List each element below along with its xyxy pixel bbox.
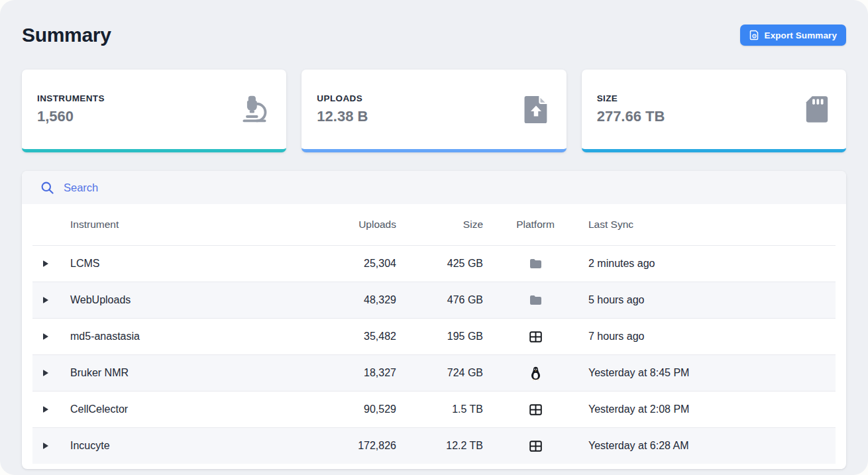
instrument-name: LCMS (59, 258, 324, 270)
column-header-instrument[interactable]: Instrument (59, 219, 324, 231)
instruments-table-card: Instrument Uploads Size Platform Last Sy… (22, 171, 846, 469)
stat-value: 1,560 (37, 108, 105, 125)
table-rows: LCMS 25,304 425 GB 2 minutes ago (32, 245, 836, 464)
table-row[interactable]: CellCelector 90,529 1.5 TB Yesterday at … (32, 391, 836, 427)
size-value: 12.2 TB (396, 440, 483, 452)
microscope-icon (240, 95, 269, 124)
table-row[interactable]: md5-anastasia 35,482 195 GB 7 hours ago (32, 318, 836, 354)
folder-icon (529, 295, 542, 305)
size-value: 425 GB (396, 258, 483, 270)
windows-icon (529, 404, 542, 415)
stat-card: SIZE 277.66 TB (582, 70, 846, 152)
last-sync: 5 hours ago (588, 294, 836, 306)
file-upload-icon (523, 95, 549, 124)
export-summary-button[interactable]: Export Summary (740, 25, 846, 46)
page-title: Summary (22, 24, 111, 46)
column-header-uploads[interactable]: Uploads (324, 219, 396, 231)
search-icon (40, 181, 54, 195)
size-value: 476 GB (396, 294, 483, 306)
expand-row-button[interactable] (43, 406, 48, 413)
uploads-count: 90,529 (324, 403, 396, 415)
page-header: Summary Export Summary (22, 24, 846, 46)
sd-card-icon (805, 95, 829, 124)
last-sync: 7 hours ago (588, 331, 836, 343)
stat-value: 277.66 TB (597, 108, 665, 125)
last-sync: Yesterday at 2:08 PM (588, 403, 836, 415)
instrument-name: Incucyte (59, 440, 324, 452)
table-row[interactable]: Bruker NMR 18,327 724 GB (32, 354, 836, 391)
table-header-row: Instrument Uploads Size Platform Last Sy… (32, 204, 836, 245)
instrument-name: CellCelector (59, 403, 324, 415)
linux-icon (530, 366, 541, 380)
stat-card: INSTRUMENTS 1,560 (22, 70, 286, 152)
search-input[interactable] (64, 182, 828, 194)
column-header-size[interactable]: Size (396, 219, 483, 231)
last-sync: Yesterday at 8:45 PM (588, 367, 836, 379)
uploads-count: 35,482 (324, 331, 396, 343)
expand-row-button[interactable] (43, 370, 48, 376)
table-row[interactable]: WebUploads 48,329 476 GB 5 hours ago (32, 282, 836, 318)
table-row[interactable]: Incucyte 172,826 12.2 TB Yesterday at 6:… (32, 427, 836, 464)
size-value: 1.5 TB (396, 403, 483, 415)
uploads-count: 48,329 (324, 294, 396, 306)
instrument-name: md5-anastasia (59, 331, 324, 343)
instruments-table: Instrument Uploads Size Platform Last Sy… (22, 204, 846, 469)
expand-row-button[interactable] (43, 443, 48, 449)
stat-label: UPLOADS (317, 93, 368, 103)
folder-icon (529, 258, 542, 269)
table-row[interactable]: LCMS 25,304 425 GB 2 minutes ago (32, 245, 836, 282)
instrument-name: WebUploads (59, 294, 324, 306)
export-file-icon (749, 30, 759, 40)
last-sync: 2 minutes ago (588, 258, 836, 270)
column-header-platform[interactable]: Platform (483, 219, 588, 231)
windows-icon (529, 331, 542, 343)
expand-row-button[interactable] (43, 260, 48, 267)
expand-row-button[interactable] (43, 333, 48, 340)
instrument-name: Bruker NMR (59, 367, 324, 379)
column-header-last-sync[interactable]: Last Sync (588, 219, 836, 231)
stats-row: INSTRUMENTS 1,560 UPLOADS 12.38 B (22, 70, 846, 152)
stat-label: INSTRUMENTS (37, 93, 105, 103)
uploads-count: 172,826 (324, 440, 396, 452)
expand-row-button[interactable] (43, 297, 48, 303)
uploads-count: 18,327 (324, 367, 396, 379)
windows-icon (529, 441, 542, 452)
stat-value: 12.38 B (317, 108, 368, 125)
summary-page: Summary Export Summary INSTRUMENTS 1,560 (0, 0, 868, 475)
size-value: 724 GB (396, 367, 483, 379)
stat-label: SIZE (597, 93, 665, 103)
search-bar (22, 171, 846, 204)
last-sync: Yesterday at 6:28 AM (588, 440, 836, 452)
stat-card: UPLOADS 12.38 B (301, 70, 566, 152)
uploads-count: 25,304 (324, 258, 396, 270)
size-value: 195 GB (396, 331, 483, 343)
export-summary-label: Export Summary (765, 30, 837, 40)
